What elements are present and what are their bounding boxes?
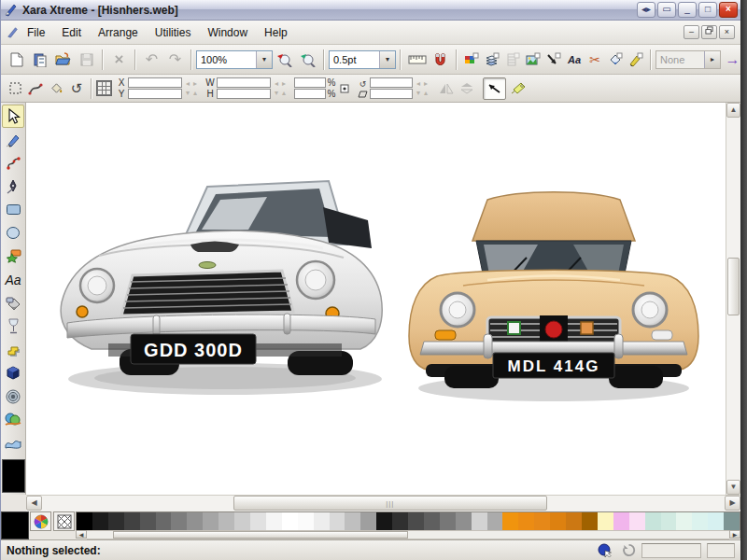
palette-swatch[interactable] xyxy=(598,512,613,530)
palette-swatch[interactable] xyxy=(692,512,708,530)
palette-swatch[interactable] xyxy=(234,512,250,530)
rotate-mode-button[interactable]: ↺ xyxy=(66,78,87,99)
palette-scrollbar[interactable]: ◀ ▶ xyxy=(76,530,740,539)
palette-swatch[interactable] xyxy=(218,512,234,530)
shadow-tool[interactable] xyxy=(2,338,24,361)
new-animation-button[interactable] xyxy=(28,49,51,71)
fill-edit-button[interactable] xyxy=(46,78,66,99)
layer-gallery-button[interactable] xyxy=(482,49,502,70)
fill-gallery-button[interactable] xyxy=(605,49,626,70)
close-button[interactable]: × xyxy=(719,2,738,18)
palette-swatch[interactable] xyxy=(440,512,456,530)
palette-swatch[interactable] xyxy=(472,512,487,530)
palette-swatch[interactable] xyxy=(550,512,566,530)
font-gallery-button[interactable]: Aa xyxy=(564,49,585,70)
text-tool[interactable]: Aa xyxy=(2,268,24,291)
scroll-right-button[interactable]: ▶ xyxy=(725,496,740,511)
ellipse-tool[interactable] xyxy=(2,221,24,245)
anchor-position-grid[interactable] xyxy=(96,80,112,96)
palette-swatch[interactable] xyxy=(92,512,108,530)
quickshape-tool[interactable] xyxy=(2,245,24,268)
rectangle-tool[interactable] xyxy=(2,198,24,221)
palette-swatch[interactable] xyxy=(360,512,376,530)
palette-swatch[interactable] xyxy=(518,512,534,530)
palette-swatch[interactable] xyxy=(330,512,345,530)
bitmap-gallery-button[interactable] xyxy=(523,49,543,70)
palette-swatch[interactable] xyxy=(408,512,424,530)
palette-swatch[interactable] xyxy=(629,512,645,530)
transparency-tool[interactable] xyxy=(2,315,24,338)
titlebar-extra-button-1[interactable]: ◂▸ xyxy=(637,2,655,18)
palette-swatch[interactable] xyxy=(676,512,692,530)
palette-swatch[interactable] xyxy=(282,512,298,530)
rotation-field[interactable] xyxy=(370,77,413,88)
zoom-dropdown-arrow-icon[interactable]: ▾ xyxy=(256,51,272,68)
pen-tool[interactable] xyxy=(2,175,24,198)
palette-swatch[interactable] xyxy=(392,512,408,530)
scroll-up-button[interactable]: ▲ xyxy=(726,103,740,118)
bevel-tool[interactable] xyxy=(2,361,24,385)
scale-height-field[interactable] xyxy=(294,89,326,99)
palette-swatch[interactable] xyxy=(171,512,187,530)
palette-swatch[interactable] xyxy=(582,512,598,530)
palette-swatch[interactable] xyxy=(77,512,92,530)
doc-minimize-button[interactable]: – xyxy=(684,25,699,39)
palette-swatch[interactable] xyxy=(140,512,156,530)
palette-scroll-right-button[interactable]: ▶ xyxy=(729,530,740,539)
palette-swatch[interactable] xyxy=(124,512,140,530)
scroll-down-button[interactable]: ▼ xyxy=(726,480,740,495)
blend-tool[interactable] xyxy=(2,408,24,431)
menu-window[interactable]: Window xyxy=(199,23,256,42)
snap-to-objects-button[interactable] xyxy=(429,49,452,71)
vertical-scroll-thumb[interactable] xyxy=(727,258,740,315)
palette-swatch[interactable] xyxy=(314,512,330,530)
palette-swatch[interactable] xyxy=(566,512,582,530)
color-editor-button[interactable] xyxy=(30,511,51,531)
minimize-button[interactable]: _ xyxy=(678,2,697,18)
line-width-dropdown-arrow-icon[interactable]: ▾ xyxy=(379,51,395,68)
palette-swatch[interactable] xyxy=(203,512,218,530)
line-width-combobox[interactable]: 0.5pt ▾ xyxy=(329,50,396,69)
palette-swatch[interactable] xyxy=(487,512,503,530)
horizontal-scroll-track[interactable] xyxy=(42,496,725,511)
show-edit-handles-button[interactable] xyxy=(483,77,506,100)
palette-swatch[interactable] xyxy=(708,512,724,530)
doc-restore-button[interactable] xyxy=(701,25,717,39)
menu-help[interactable]: Help xyxy=(256,23,296,42)
horizontal-scrollbar[interactable]: ◀ ▶ xyxy=(26,495,740,511)
palette-swatch[interactable] xyxy=(250,512,266,530)
palette-swatch[interactable] xyxy=(187,512,203,530)
no-color-button[interactable] xyxy=(53,511,75,531)
width-field[interactable] xyxy=(217,77,271,88)
zoom-to-drawing-button[interactable] xyxy=(296,49,319,71)
menu-utilities[interactable]: Utilities xyxy=(147,23,200,42)
palette-scroll-thumb[interactable] xyxy=(113,531,408,539)
contour-tool[interactable] xyxy=(2,385,24,408)
palette-swatch[interactable] xyxy=(724,512,740,530)
palette-scroll-left-button[interactable]: ◀ xyxy=(76,530,87,539)
shape-editor-tool[interactable] xyxy=(2,151,24,175)
lock-aspect-button[interactable] xyxy=(336,78,353,99)
palette-scroll-track[interactable] xyxy=(87,530,729,539)
current-color-indicator[interactable] xyxy=(2,459,25,493)
palette-swatch[interactable] xyxy=(661,512,677,530)
doc-close-button[interactable]: × xyxy=(719,25,735,39)
menu-file[interactable]: File xyxy=(19,23,53,42)
selector-tool[interactable] xyxy=(2,105,24,128)
palette-swatch[interactable] xyxy=(613,512,629,530)
menu-edit[interactable]: Edit xyxy=(53,23,90,42)
current-line-color-swatch[interactable] xyxy=(1,511,29,539)
mould-tool[interactable] xyxy=(2,431,24,455)
horizontal-scroll-thumb[interactable] xyxy=(233,496,547,511)
palette-swatch[interactable] xyxy=(266,512,282,530)
smoothing-button[interactable] xyxy=(25,78,46,99)
fill-tool[interactable] xyxy=(2,291,24,315)
position-steppers[interactable]: ◂▸▾▴ xyxy=(184,79,199,98)
car-illustration-mg[interactable]: MDL 414G xyxy=(398,181,710,405)
color-gallery-button[interactable] xyxy=(461,49,482,70)
palette-swatch[interactable] xyxy=(345,512,360,530)
palette-swatch[interactable] xyxy=(156,512,172,530)
palette-swatch[interactable] xyxy=(456,512,472,530)
rotate-steppers[interactable]: ◂▸▾▴ xyxy=(415,79,430,98)
x-position-field[interactable] xyxy=(128,77,182,88)
